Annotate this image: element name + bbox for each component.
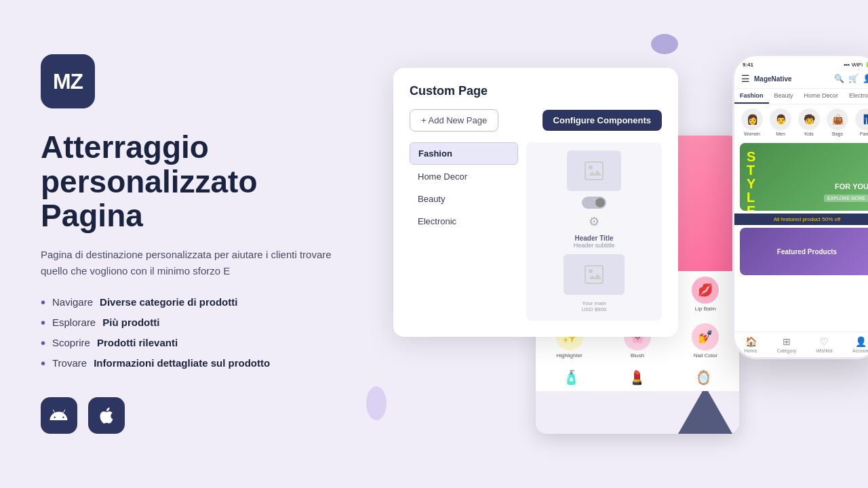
phone-tabs: Fashion Beauty Home Decor Electron	[734, 89, 868, 104]
beauty-product-name-highlighter: Highlighter	[557, 352, 583, 359]
phone-category-circle-bags: 👜	[827, 108, 848, 130]
phone-main-banner: STYLE FOR YOU EXPLORE MORE	[740, 143, 868, 211]
logo-text: MZ	[53, 69, 83, 94]
preview-header-subtitle: Header subtitle	[574, 242, 615, 249]
phone-featured-banner: All featured product 50% off	[734, 214, 868, 225]
admin-panel-card: Custom Page + Add New Page Configure Com…	[393, 68, 678, 337]
phone-nav-wishlist-icon: ♡	[820, 336, 829, 347]
phone-nav-home-label: Home	[745, 348, 757, 353]
phone-category-label-kids: Kids	[804, 131, 814, 136]
phone-search-icon[interactable]: 🔍	[834, 74, 844, 83]
add-page-button[interactable]: + Add New Page	[410, 109, 498, 131]
phone-nav-category-icon: ⊞	[783, 336, 791, 347]
phone-signal-icon: ▪▪▪	[844, 62, 850, 68]
phone-product-banner: Featured Products	[740, 228, 868, 275]
feature-list: Navigare Diverse categorie di prodotti E…	[41, 296, 339, 370]
phone-category-kids[interactable]: 🧒 Kids	[797, 108, 821, 136]
preview-image-bottom	[564, 254, 625, 295]
page-list-item-fashion[interactable]: Fashion	[410, 142, 518, 165]
list-item: Esplorare Più prodotti	[41, 316, 339, 329]
phone-status-icons: ▪▪▪ WiFi 🔋	[844, 62, 868, 68]
phone-time: 9:41	[743, 62, 753, 68]
beauty-product-icon-lip-balm: 💋	[692, 277, 719, 304]
phone-category-men[interactable]: 👨 Men	[768, 108, 793, 136]
preview-image-icon	[584, 161, 604, 181]
configure-components-button[interactable]: Configure Components	[542, 110, 662, 131]
phone-nav-home-icon: 🏠	[745, 336, 757, 347]
phone-category-bags[interactable]: 👜 Bags	[825, 108, 850, 136]
phone-category-circle-pants: 👖	[855, 108, 868, 130]
preview-image-icon-2	[584, 264, 604, 285]
svg-rect-0	[585, 162, 603, 180]
phone-category-circle-kids: 🧒	[798, 108, 820, 130]
preview-gear-icon: ⚙	[589, 214, 599, 229]
logo-box: MZ	[41, 54, 95, 108]
phone-banner-style: STYLE	[747, 150, 755, 211]
beauty-product-nail-color: 💅 Nail Color	[672, 318, 739, 364]
apple-icon	[97, 406, 116, 425]
page-headline: Atterraggio personalizzato Pagina	[41, 130, 339, 233]
page-list-item-beauty[interactable]: Beauty	[410, 188, 518, 209]
phone-cart-icon[interactable]: 🛒	[848, 74, 859, 83]
phone-tab-beauty[interactable]: Beauty	[769, 89, 799, 104]
phone-header: ☰ MageNative 🔍 🛒 👤	[734, 69, 868, 89]
admin-card-title: Custom Page	[410, 84, 662, 98]
beauty-extra-products: 🧴 💄 🪞	[536, 364, 739, 391]
phone-mockup: 9:41 ▪▪▪ WiFi 🔋 ☰ MageNative 🔍 🛒 👤	[732, 54, 868, 359]
phone-nav-home[interactable]: 🏠 Home	[745, 336, 757, 353]
phone-user-icon[interactable]: 👤	[863, 74, 868, 83]
list-item: Scoprire Prodotti rilevanti	[41, 336, 339, 350]
phone-category-women[interactable]: 👩 Women	[740, 108, 764, 136]
phone-nav-account[interactable]: 👤 Account	[852, 336, 868, 353]
store-badges	[41, 397, 339, 434]
phone-header-icons: 🔍 🛒 👤	[834, 74, 868, 83]
preview-text-block: Header Title Header subtitle	[574, 235, 615, 249]
phone-status-bar: 9:41 ▪▪▪ WiFi 🔋	[734, 56, 868, 69]
phone-nav-category[interactable]: ⊞ Category	[777, 336, 796, 353]
beauty-product-icon-nail-color: 💅	[692, 323, 719, 350]
phone-menu-icon[interactable]: ☰	[741, 73, 750, 84]
beauty-extra-2: 💄	[629, 369, 646, 386]
preview-toggle[interactable]	[582, 197, 606, 209]
phone-banner-right: FOR YOU EXPLORE MORE	[824, 182, 868, 203]
phone-category-label-bags: Bags	[832, 131, 843, 136]
phone-tab-home-decor[interactable]: Home Decor	[799, 89, 844, 104]
phone-category-circle-women: 👩	[741, 108, 763, 130]
page-list-left: Fashion Home Decor Beauty Electronic	[410, 142, 518, 321]
apple-badge[interactable]	[88, 397, 125, 434]
page-list-item-electronic[interactable]: Electronic	[410, 211, 518, 232]
phone-category-row: 👩 Women 👨 Men 🧒 Kids 👜 Bags	[734, 104, 868, 140]
beauty-extra-1: 🧴	[563, 369, 580, 386]
phone-nav-wishlist[interactable]: ♡ Wishlist	[816, 336, 832, 353]
android-badge[interactable]	[41, 397, 77, 434]
page-list-item-home-decor[interactable]: Home Decor	[410, 166, 518, 187]
phone-nav-account-label: Account	[852, 348, 868, 353]
svg-rect-2	[585, 266, 603, 283]
svg-point-1	[589, 165, 593, 169]
android-icon	[50, 406, 68, 425]
page-description: Pagina di destinazione personalizzata pe…	[41, 247, 339, 279]
phone-banner-explore[interactable]: EXPLORE MORE	[824, 195, 868, 202]
phone-tab-fashion[interactable]: Fashion	[734, 89, 769, 104]
preview-header-title: Header Title	[574, 235, 615, 242]
preview-image-top	[567, 150, 621, 191]
beauty-extra-3: 🪞	[695, 369, 712, 386]
phone-category-label-women: Women	[744, 131, 760, 136]
list-item: Trovare Informazioni dettagliate sul pro…	[41, 357, 339, 370]
phone-wifi-icon: WiFi	[852, 62, 863, 68]
phone-category-pants[interactable]: 👖 Pants	[854, 108, 868, 136]
phone-product-banner-text: Featured Products	[777, 248, 837, 256]
list-item: Navigare Diverse categorie di prodotti	[41, 296, 339, 309]
beauty-product-name-blush2: Blush	[631, 352, 644, 359]
phone-category-label-men: Men	[776, 131, 785, 136]
beauty-product-name-lip-balm: Lip Balm	[695, 306, 716, 312]
phone-tab-electron[interactable]: Electron	[844, 89, 868, 104]
phone-category-label-pants: Pants	[860, 131, 868, 136]
preview-bottom-text: Your mainUSD $900	[582, 300, 607, 312]
beauty-product-name-nail-color: Nail Color	[694, 352, 717, 359]
phone-banner-text: STYLE	[747, 150, 755, 211]
left-panel: MZ Atterraggio personalizzato Pagina Pag…	[0, 27, 380, 461]
page-list: Fashion Home Decor Beauty Electronic	[410, 142, 662, 321]
admin-toolbar: + Add New Page Configure Components	[410, 109, 662, 131]
page-wrapper: MZ Atterraggio personalizzato Pagina Pag…	[0, 0, 868, 488]
